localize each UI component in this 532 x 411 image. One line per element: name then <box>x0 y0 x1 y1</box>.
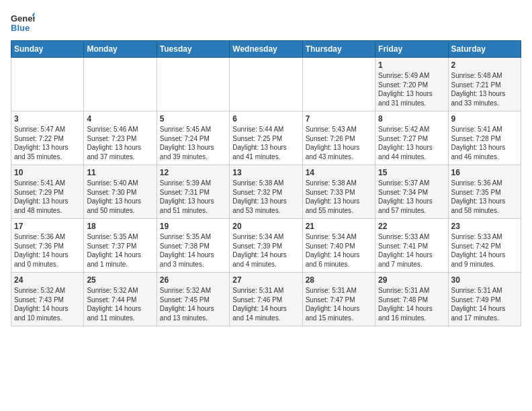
page-header: General Blue <box>11 11 521 35</box>
day-info: Sunrise: 5:43 AM Sunset: 7:26 PM Dayligh… <box>306 125 372 161</box>
header-row: SundayMondayTuesdayWednesdayThursdayFrid… <box>11 41 521 58</box>
week-row-2: 3Sunrise: 5:47 AM Sunset: 7:22 PM Daylig… <box>11 111 521 165</box>
header-cell-monday: Monday <box>84 41 157 58</box>
day-cell: 5Sunrise: 5:45 AM Sunset: 7:24 PM Daylig… <box>157 111 229 165</box>
day-number: 2 <box>451 60 518 70</box>
day-info: Sunrise: 5:35 AM Sunset: 7:37 PM Dayligh… <box>87 232 153 269</box>
day-cell: 6Sunrise: 5:44 AM Sunset: 7:25 PM Daylig… <box>230 111 302 165</box>
day-number: 12 <box>160 168 226 177</box>
logo: General Blue <box>11 11 35 35</box>
day-info: Sunrise: 5:31 AM Sunset: 7:48 PM Dayligh… <box>378 286 445 322</box>
day-number: 27 <box>232 275 299 285</box>
day-info: Sunrise: 5:38 AM Sunset: 7:32 PM Dayligh… <box>232 179 299 215</box>
day-number: 18 <box>87 222 153 231</box>
day-cell <box>157 58 229 111</box>
header-cell-tuesday: Tuesday <box>157 41 229 58</box>
day-number: 28 <box>306 275 372 285</box>
day-cell: 8Sunrise: 5:42 AM Sunset: 7:27 PM Daylig… <box>375 111 448 165</box>
day-number: 8 <box>378 114 445 124</box>
day-number: 24 <box>14 275 81 285</box>
day-number: 9 <box>451 114 518 124</box>
calendar-body: 1Sunrise: 5:49 AM Sunset: 7:20 PM Daylig… <box>11 58 521 326</box>
header-cell-friday: Friday <box>375 41 448 58</box>
day-number: 10 <box>14 168 81 177</box>
day-number: 29 <box>378 275 445 285</box>
day-info: Sunrise: 5:36 AM Sunset: 7:35 PM Dayligh… <box>451 179 518 215</box>
day-number: 3 <box>14 114 81 124</box>
day-info: Sunrise: 5:47 AM Sunset: 7:22 PM Dayligh… <box>14 125 81 161</box>
day-info: Sunrise: 5:44 AM Sunset: 7:25 PM Dayligh… <box>232 125 299 161</box>
day-cell: 28Sunrise: 5:31 AM Sunset: 7:47 PM Dayli… <box>302 273 375 326</box>
day-cell: 30Sunrise: 5:31 AM Sunset: 7:49 PM Dayli… <box>448 273 521 326</box>
week-row-4: 17Sunrise: 5:36 AM Sunset: 7:36 PM Dayli… <box>11 219 521 273</box>
day-cell: 29Sunrise: 5:31 AM Sunset: 7:48 PM Dayli… <box>375 273 448 326</box>
day-cell: 19Sunrise: 5:35 AM Sunset: 7:38 PM Dayli… <box>157 219 229 273</box>
day-cell <box>84 58 157 111</box>
day-number: 20 <box>232 222 299 231</box>
day-info: Sunrise: 5:34 AM Sunset: 7:39 PM Dayligh… <box>232 232 299 269</box>
day-info: Sunrise: 5:32 AM Sunset: 7:44 PM Dayligh… <box>87 286 153 322</box>
day-info: Sunrise: 5:49 AM Sunset: 7:20 PM Dayligh… <box>378 71 445 107</box>
day-number: 7 <box>306 114 372 124</box>
day-number: 21 <box>306 222 372 231</box>
day-cell: 18Sunrise: 5:35 AM Sunset: 7:37 PM Dayli… <box>84 219 157 273</box>
day-number: 14 <box>306 168 372 177</box>
day-info: Sunrise: 5:31 AM Sunset: 7:47 PM Dayligh… <box>306 286 372 322</box>
logo-bird-icon: General Blue <box>11 11 35 35</box>
day-number: 6 <box>232 114 299 124</box>
day-cell: 10Sunrise: 5:41 AM Sunset: 7:29 PM Dayli… <box>11 165 84 219</box>
day-number: 17 <box>14 222 81 231</box>
svg-text:Blue: Blue <box>11 23 30 33</box>
day-number: 1 <box>378 60 445 70</box>
day-cell <box>230 58 302 111</box>
day-cell: 26Sunrise: 5:32 AM Sunset: 7:45 PM Dayli… <box>157 273 229 326</box>
day-cell: 13Sunrise: 5:38 AM Sunset: 7:32 PM Dayli… <box>230 165 302 219</box>
day-info: Sunrise: 5:31 AM Sunset: 7:49 PM Dayligh… <box>451 286 518 322</box>
day-info: Sunrise: 5:45 AM Sunset: 7:24 PM Dayligh… <box>160 125 226 161</box>
day-number: 26 <box>160 275 226 285</box>
calendar-header: SundayMondayTuesdayWednesdayThursdayFrid… <box>11 41 521 58</box>
day-info: Sunrise: 5:33 AM Sunset: 7:42 PM Dayligh… <box>451 232 518 269</box>
day-number: 22 <box>378 222 445 231</box>
day-cell: 22Sunrise: 5:33 AM Sunset: 7:41 PM Dayli… <box>375 219 448 273</box>
week-row-5: 24Sunrise: 5:32 AM Sunset: 7:43 PM Dayli… <box>11 273 521 326</box>
day-info: Sunrise: 5:33 AM Sunset: 7:41 PM Dayligh… <box>378 232 445 269</box>
header-cell-sunday: Sunday <box>11 41 84 58</box>
day-number: 19 <box>160 222 226 231</box>
week-row-1: 1Sunrise: 5:49 AM Sunset: 7:20 PM Daylig… <box>11 58 521 111</box>
day-cell: 23Sunrise: 5:33 AM Sunset: 7:42 PM Dayli… <box>448 219 521 273</box>
day-cell: 2Sunrise: 5:48 AM Sunset: 7:21 PM Daylig… <box>448 58 521 111</box>
day-cell: 16Sunrise: 5:36 AM Sunset: 7:35 PM Dayli… <box>448 165 521 219</box>
day-number: 25 <box>87 275 153 285</box>
day-cell: 12Sunrise: 5:39 AM Sunset: 7:31 PM Dayli… <box>157 165 229 219</box>
day-number: 4 <box>87 114 153 124</box>
day-cell: 25Sunrise: 5:32 AM Sunset: 7:44 PM Dayli… <box>84 273 157 326</box>
svg-text:General: General <box>11 13 35 24</box>
day-info: Sunrise: 5:40 AM Sunset: 7:30 PM Dayligh… <box>87 179 153 215</box>
day-cell: 15Sunrise: 5:37 AM Sunset: 7:34 PM Dayli… <box>375 165 448 219</box>
day-number: 30 <box>451 275 518 285</box>
day-cell: 20Sunrise: 5:34 AM Sunset: 7:39 PM Dayli… <box>230 219 302 273</box>
day-number: 11 <box>87 168 153 177</box>
day-info: Sunrise: 5:41 AM Sunset: 7:29 PM Dayligh… <box>14 179 81 215</box>
day-info: Sunrise: 5:42 AM Sunset: 7:27 PM Dayligh… <box>378 125 445 161</box>
day-number: 13 <box>232 168 299 177</box>
day-cell <box>302 58 375 111</box>
day-info: Sunrise: 5:36 AM Sunset: 7:36 PM Dayligh… <box>14 232 81 269</box>
day-cell: 21Sunrise: 5:34 AM Sunset: 7:40 PM Dayli… <box>302 219 375 273</box>
day-number: 15 <box>378 168 445 177</box>
day-number: 23 <box>451 222 518 231</box>
day-info: Sunrise: 5:37 AM Sunset: 7:34 PM Dayligh… <box>378 179 445 215</box>
day-cell: 17Sunrise: 5:36 AM Sunset: 7:36 PM Dayli… <box>11 219 84 273</box>
day-cell: 4Sunrise: 5:46 AM Sunset: 7:23 PM Daylig… <box>84 111 157 165</box>
day-info: Sunrise: 5:32 AM Sunset: 7:45 PM Dayligh… <box>160 286 226 322</box>
day-info: Sunrise: 5:35 AM Sunset: 7:38 PM Dayligh… <box>160 232 226 269</box>
day-cell: 11Sunrise: 5:40 AM Sunset: 7:30 PM Dayli… <box>84 165 157 219</box>
day-cell <box>11 58 84 111</box>
day-number: 16 <box>451 168 518 177</box>
header-cell-thursday: Thursday <box>302 41 375 58</box>
day-info: Sunrise: 5:48 AM Sunset: 7:21 PM Dayligh… <box>451 71 518 107</box>
day-cell: 27Sunrise: 5:31 AM Sunset: 7:46 PM Dayli… <box>230 273 302 326</box>
day-info: Sunrise: 5:41 AM Sunset: 7:28 PM Dayligh… <box>451 125 518 161</box>
day-info: Sunrise: 5:34 AM Sunset: 7:40 PM Dayligh… <box>306 232 372 269</box>
